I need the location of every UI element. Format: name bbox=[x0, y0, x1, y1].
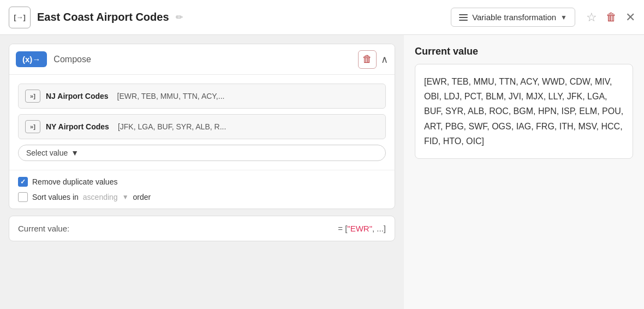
var-value-ny: [JFK, LGA, BUF, SYR, ALB, R... bbox=[118, 122, 226, 131]
star-icon[interactable]: ☆ bbox=[586, 10, 597, 25]
sort-values-row: Sort values in ascending ▼ order bbox=[18, 192, 386, 202]
var-value-nj: [EWR, TEB, MMU, TTN, ACY,... bbox=[117, 92, 225, 100]
header-trash-icon[interactable]: 🗑 bbox=[606, 11, 617, 23]
variable-row-nj: »] NJ Airport Codes [EWR, TEB, MMU, TTN,… bbox=[18, 84, 386, 109]
collapse-icon[interactable]: ∧ bbox=[381, 54, 388, 66]
sort-chevron-icon: ▼ bbox=[122, 193, 129, 201]
sort-order-select[interactable]: ascending bbox=[83, 193, 118, 201]
current-value-label: Current value: bbox=[18, 224, 69, 233]
function-badge: (x)→ bbox=[16, 51, 47, 67]
expr-prefix: = [ bbox=[338, 224, 347, 233]
right-panel: Current value [EWR, TEB, MMU, TTN, ACY, … bbox=[404, 35, 644, 309]
sort-order-label: order bbox=[133, 193, 151, 201]
card-header: (x)→ Compose 🗑 ∧ bbox=[9, 44, 395, 75]
current-value-footer: Current value: = ["EWR", ...] bbox=[9, 216, 395, 241]
card-delete-button[interactable]: 🗑 bbox=[358, 50, 377, 69]
select-chevron-icon: ▼ bbox=[71, 148, 79, 157]
expr-suffix: , ...] bbox=[372, 224, 386, 233]
array-icon-nj: »] bbox=[25, 90, 40, 103]
close-icon[interactable]: ✕ bbox=[625, 10, 635, 25]
current-value-expression: = ["EWR", ...] bbox=[338, 224, 386, 233]
sort-values-checkbox[interactable] bbox=[18, 192, 28, 202]
remove-duplicates-checkbox[interactable] bbox=[18, 177, 28, 187]
header: [→] East Coast Airport Codes ✏ Variable … bbox=[0, 0, 644, 35]
variable-row-ny: »] NY Airport Codes [JFK, LGA, BUF, SYR,… bbox=[18, 114, 386, 139]
variable-transformation-button[interactable]: Variable transformation ▼ bbox=[451, 8, 575, 27]
left-panel: (x)→ Compose 🗑 ∧ »] NJ Airport Codes [EW… bbox=[0, 35, 404, 309]
compose-label: Compose bbox=[53, 55, 358, 64]
page-title: East Coast Airport Codes bbox=[37, 11, 169, 23]
transform-label: Variable transformation bbox=[472, 13, 556, 22]
card-body: »] NJ Airport Codes [EWR, TEB, MMU, TTN,… bbox=[9, 75, 395, 170]
app-icon: [→] bbox=[9, 7, 31, 28]
options-section: Remove duplicate values Sort values in a… bbox=[9, 170, 395, 209]
function-label: (x)→ bbox=[22, 55, 40, 64]
remove-duplicates-label: Remove duplicate values bbox=[32, 177, 117, 186]
expr-highlight: "EWR" bbox=[347, 224, 372, 233]
right-panel-title: Current value bbox=[415, 46, 633, 57]
select-value-label: Select value bbox=[26, 148, 68, 157]
var-name-nj: NJ Airport Codes bbox=[46, 92, 109, 100]
select-value-button[interactable]: Select value ▼ bbox=[18, 145, 386, 161]
var-name-ny: NY Airport Codes bbox=[46, 122, 109, 131]
menu-lines-icon bbox=[459, 14, 468, 21]
array-icon-ny: »] bbox=[25, 120, 40, 133]
chevron-down-icon: ▼ bbox=[560, 14, 567, 21]
current-value-display: [EWR, TEB, MMU, TTN, ACY, WWD, CDW, MIV,… bbox=[415, 64, 633, 159]
bracket-icon: [→] bbox=[14, 13, 26, 21]
compose-card: (x)→ Compose 🗑 ∧ »] NJ Airport Codes [EW… bbox=[9, 44, 395, 209]
remove-duplicates-row: Remove duplicate values bbox=[18, 177, 386, 187]
trash-icon: 🗑 bbox=[362, 54, 372, 65]
main-content: (x)→ Compose 🗑 ∧ »] NJ Airport Codes [EW… bbox=[0, 35, 644, 309]
sort-values-label: Sort values in bbox=[32, 193, 79, 201]
edit-icon[interactable]: ✏ bbox=[176, 12, 183, 22]
